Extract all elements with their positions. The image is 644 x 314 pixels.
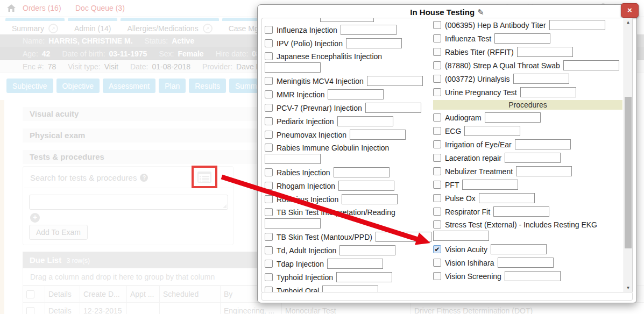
checkbox-tb-skin-test-mantoux-ppd[interactable]: [265, 233, 273, 241]
checkbox-influenza-test[interactable]: [433, 34, 441, 42]
checkbox-nebulizer-treatment[interactable]: [433, 167, 441, 175]
checkbox-tdap-injection[interactable]: [265, 260, 273, 268]
checkbox-pulse-ox[interactable]: [433, 194, 441, 202]
test-item-ipv-polio-injection: IPV (Polio) Injection: [265, 37, 429, 50]
test-item-label: Tdap Injection: [277, 260, 324, 268]
checkbox-mmr-injection[interactable]: [265, 90, 273, 98]
checkbox-respirator-fit[interactable]: [433, 208, 441, 216]
test-item-rhogam-injection: Rhogam Injection: [265, 179, 429, 192]
result-input[interactable]: [265, 154, 321, 164]
result-input[interactable]: [516, 166, 572, 176]
result-input[interactable]: [485, 112, 541, 123]
checkbox-ecg[interactable]: [433, 127, 441, 135]
checkbox-87880-strep-a-qual-throat-swab[interactable]: [433, 61, 441, 69]
test-item-label: Vision Ishihara: [445, 259, 494, 267]
result-input[interactable]: [350, 130, 406, 140]
result-input[interactable]: [505, 271, 561, 281]
test-item-japanese-encephalitis-injection: Japanese Encephalitis Injection: [265, 50, 429, 74]
result-input[interactable]: [494, 33, 550, 44]
result-input[interactable]: [339, 245, 395, 255]
test-item-rabies-titer-rffit: Rabies Titer (RFFIT): [433, 45, 622, 59]
result-input[interactable]: [376, 232, 431, 242]
result-input[interactable]: [327, 259, 383, 269]
checkbox-pediarix-injection[interactable]: [265, 117, 273, 125]
result-input[interactable]: [505, 153, 561, 163]
test-item-006395-hep-b-antibody-titer: (006395) Hep B Antibody Titer: [433, 18, 622, 32]
test-item-label: Nebulizer Treatment: [445, 167, 513, 176]
check-mark: ✔: [434, 246, 440, 253]
checkbox-vision-ishihara[interactable]: [433, 259, 441, 267]
test-item-label: ECG: [445, 127, 461, 135]
checkbox-vision-acuity[interactable]: ✔: [433, 245, 441, 253]
checkbox-audiogram[interactable]: [433, 113, 441, 122]
test-item-laceration-repair: Laceration repair: [433, 151, 622, 165]
test-item-vision-ishihara: Vision Ishihara: [433, 256, 622, 269]
result-input[interactable]: [462, 180, 518, 190]
modal-title-text: In House Testing: [410, 8, 475, 17]
result-input[interactable]: [479, 193, 535, 203]
checkbox-influenza-injection[interactable]: [265, 26, 273, 34]
result-input[interactable]: [515, 139, 571, 149]
checkbox-ipv-polio-injection[interactable]: [265, 39, 273, 47]
scroll-up-arrow[interactable]: ▲: [624, 18, 632, 27]
checkbox-urine-pregnancy-test[interactable]: [433, 88, 441, 96]
result-input[interactable]: [328, 89, 384, 99]
result-input[interactable]: [464, 126, 520, 136]
scrollbar[interactable]: ▲ ▼: [624, 18, 632, 292]
result-input[interactable]: [513, 74, 569, 84]
test-item-rotavirus-injection: Rotavirus Injection: [265, 192, 429, 206]
result-input[interactable]: [341, 25, 397, 35]
test-item-tdap-injection: Tdap Injection: [265, 257, 429, 270]
result-input[interactable]: [346, 38, 402, 48]
result-input[interactable]: [365, 103, 421, 113]
result-input[interactable]: [493, 206, 549, 217]
result-input[interactable]: [334, 167, 390, 177]
test-item-label: Vision Screening: [445, 272, 501, 281]
result-input[interactable]: [520, 87, 576, 97]
checkbox-tb-skin-test-interpretation-reading[interactable]: [265, 208, 273, 216]
result-input[interactable]: [338, 181, 394, 191]
result-input[interactable]: [342, 194, 398, 204]
test-item-label: Pneumovax Injection: [277, 131, 346, 139]
edit-title-pencil-icon[interactable]: ✎: [477, 8, 484, 17]
result-input[interactable]: [563, 60, 619, 70]
checkbox-typhoid-injection[interactable]: [265, 273, 273, 281]
checkbox-rabies-injection[interactable]: [265, 168, 273, 176]
result-input[interactable]: [265, 62, 321, 73]
checkbox-rotavirus-injection[interactable]: [265, 195, 273, 203]
result-input[interactable]: [517, 47, 573, 57]
checkbox-pneumovax-injection[interactable]: [265, 131, 273, 139]
checkbox-meningitis-mcv4-injection[interactable]: [265, 77, 273, 85]
test-item-tb-skin-test-mantoux-ppd: TB Skin Test (Mantoux/PPD): [265, 230, 429, 244]
result-input[interactable]: [336, 272, 392, 282]
checkbox-stress-test-external-includes-resting-ekg[interactable]: [433, 220, 441, 229]
result-input[interactable]: [367, 76, 423, 86]
checkbox-rhogam-injection[interactable]: [265, 182, 273, 190]
result-input[interactable]: [498, 258, 554, 268]
checkbox-irrigation-of-eye-ear[interactable]: [433, 140, 441, 148]
scroll-down-arrow[interactable]: ▼: [624, 284, 632, 292]
test-item-label: (87880) Strep A Qual Throat Swab: [445, 61, 560, 70]
test-item-87880-strep-a-qual-throat-swab: (87880) Strep A Qual Throat Swab: [433, 59, 622, 72]
checkbox-pft[interactable]: [433, 181, 441, 189]
checkbox-rabies-immune-globulin-injection[interactable]: [265, 144, 273, 152]
checkbox-rabies-titer-rffit[interactable]: [433, 48, 441, 56]
checkbox-003772-urinalysis[interactable]: [433, 75, 441, 83]
result-input[interactable]: [549, 20, 605, 30]
checkbox-vision-screening[interactable]: [433, 272, 441, 280]
result-input[interactable]: [265, 218, 321, 229]
result-input[interactable]: [433, 231, 489, 241]
result-input[interactable]: [337, 116, 393, 126]
checkbox-006395-hep-b-antibody-titer[interactable]: [433, 21, 441, 29]
test-item-urine-pregnancy-test: Urine Pregnancy Test: [433, 85, 622, 99]
scrollbar-thumb[interactable]: [625, 97, 632, 248]
test-item-label: IPV (Polio) Injection: [277, 39, 343, 48]
checkbox-japanese-encephalitis-injection[interactable]: [265, 52, 273, 60]
checkbox-pcv-7-prevnar-injection[interactable]: [265, 104, 273, 112]
modal-close-button[interactable]: ×: [621, 3, 639, 18]
result-input[interactable]: [491, 244, 547, 254]
checkbox-laceration-repair[interactable]: [433, 154, 441, 162]
test-item-vision-screening: Vision Screening: [433, 269, 622, 283]
checkbox-td-adult-injection[interactable]: [265, 246, 273, 254]
test-item-label: Rhogam Injection: [277, 182, 335, 190]
